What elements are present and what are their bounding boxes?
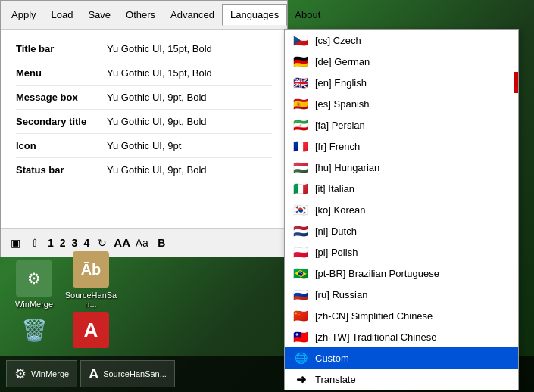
lang-zh-tw[interactable]: 🇹🇼 [zh-TW] Traditional Chinese bbox=[285, 326, 518, 347]
font-label-titlebar: Title bar bbox=[16, 43, 107, 54]
taskbar-sourcehansans[interactable]: A SourceHanSan... bbox=[80, 360, 175, 387]
taskbar-winmerge-icon: ⚙ bbox=[14, 366, 27, 382]
translate-arrow-icon: ➜ bbox=[292, 374, 309, 385]
lang-nl[interactable]: 🇳🇱 [nl] Dutch bbox=[285, 220, 518, 241]
font-row-menu: Menu Yu Gothic UI, 15pt, Bold bbox=[16, 61, 272, 86]
flag-pl: 🇵🇱 bbox=[292, 247, 309, 258]
flag-es: 🇪🇸 bbox=[292, 98, 309, 110]
toolbar: ▣ ⇧ 1 2 3 4 ↻ AA Aa B bbox=[1, 228, 287, 257]
lang-cs[interactable]: 🇨🇿 [cs] Czech bbox=[285, 30, 518, 51]
lang-hu-label: [hu] Hungarian bbox=[315, 162, 379, 173]
lang-zh-cn[interactable]: 🇨🇳 [zh-CN] Simplified Chinese bbox=[285, 305, 518, 326]
font-label-statusbar: Status bar bbox=[16, 164, 107, 176]
sourcehansans-desktop-label: SourceHanSan... bbox=[64, 291, 117, 309]
toolbar-num4[interactable]: 4 bbox=[82, 237, 91, 249]
font-row-secondarytitle: Secondary title Yu Gothic UI, 9pt, Bold bbox=[16, 110, 272, 134]
flag-fr: 🇫🇷 bbox=[292, 141, 309, 152]
flag-zh-tw: 🇹🇼 bbox=[292, 331, 309, 343]
menu-apply[interactable]: Apply bbox=[4, 5, 44, 25]
taskbar-winmerge[interactable]: ⚙ WinMerge bbox=[6, 360, 77, 387]
menu-load[interactable]: Load bbox=[44, 5, 81, 25]
font-label-messagebox: Message box bbox=[16, 92, 107, 103]
lang-custom[interactable]: 🌐 Custom bbox=[285, 347, 518, 369]
menu-save[interactable]: Save bbox=[80, 5, 118, 25]
toolbar-refresh-icon[interactable]: ↻ bbox=[94, 235, 111, 251]
toolbar-arrow-icon[interactable]: ⇧ bbox=[27, 235, 43, 251]
font-value-secondarytitle: Yu Gothic UI, 9pt, Bold bbox=[107, 116, 207, 127]
lang-fa-label: [fa] Persian bbox=[315, 120, 365, 131]
winmerge-desktop-label: WinMerge bbox=[15, 300, 53, 309]
font-value-statusbar: Yu Gothic UI, 9pt, Bold bbox=[107, 164, 207, 176]
taskbar-winmerge-label: WinMerge bbox=[31, 369, 69, 378]
languages-dropdown: 🇨🇿 [cs] Czech 🇩🇪 [de] German 🇬🇧 [en] Eng… bbox=[284, 29, 519, 390]
fonts-desktop-icon: A bbox=[73, 312, 109, 348]
desktop-icon-recycle[interactable]: 🗑️ bbox=[8, 312, 61, 348]
lang-translate[interactable]: ➜ Translate bbox=[285, 369, 518, 390]
lang-ru-label: [ru] Russian bbox=[315, 289, 367, 300]
flag-ru: 🇷🇺 bbox=[292, 289, 309, 300]
toolbar-aa-mixed-icon[interactable]: Aa bbox=[133, 235, 150, 251]
toolbar-cursor-icon[interactable]: ▣ bbox=[7, 235, 23, 251]
lang-hu[interactable]: 🇭🇺 [hu] Hungarian bbox=[285, 157, 518, 178]
flag-de: 🇩🇪 bbox=[292, 56, 309, 67]
toolbar-num3[interactable]: 3 bbox=[70, 237, 80, 249]
desktop-icon-fonts[interactable]: A bbox=[64, 312, 117, 348]
menu-about[interactable]: About bbox=[287, 5, 328, 25]
toolbar-num2[interactable]: 2 bbox=[58, 237, 67, 249]
font-row-titlebar: Title bar Yu Gothic UI, 15pt, Bold bbox=[16, 37, 272, 61]
en-selected-bar bbox=[514, 72, 518, 93]
lang-fr-label: [fr] French bbox=[315, 141, 360, 152]
flag-cs: 🇨🇿 bbox=[292, 35, 309, 46]
toolbar-bold-icon[interactable]: B bbox=[153, 235, 170, 251]
flag-custom: 🌐 bbox=[292, 353, 309, 364]
lang-ru[interactable]: 🇷🇺 [ru] Russian bbox=[285, 284, 518, 305]
lang-en[interactable]: 🇬🇧 [en] English bbox=[285, 72, 518, 93]
lang-fa[interactable]: 🇮🇷 [fa] Persian bbox=[285, 114, 518, 135]
font-label-secondarytitle: Secondary title bbox=[16, 116, 107, 127]
flag-en: 🇬🇧 bbox=[292, 77, 309, 89]
taskbar-sourcehansans-icon: A bbox=[89, 366, 98, 382]
desktop-icon-winmerge[interactable]: ⚙ WinMerge bbox=[8, 260, 61, 309]
lang-nl-label: [nl] Dutch bbox=[315, 226, 357, 237]
winmerge-desktop-icon: ⚙ bbox=[16, 260, 52, 297]
lang-pt-br[interactable]: 🇧🇷 [pt-BR] Brazilian Portuguese bbox=[285, 263, 518, 284]
font-row-statusbar: Status bar Yu Gothic UI, 9pt, Bold bbox=[16, 158, 272, 182]
font-value-menu: Yu Gothic UI, 15pt, Bold bbox=[107, 67, 212, 79]
menu-others[interactable]: Others bbox=[118, 5, 163, 25]
toolbar-num1[interactable]: 1 bbox=[46, 237, 55, 249]
lang-pl[interactable]: 🇵🇱 [pl] Polish bbox=[285, 241, 518, 263]
lang-zh-tw-label: [zh-TW] Traditional Chinese bbox=[315, 331, 436, 343]
recycle-icon: 🗑️ bbox=[16, 312, 52, 348]
lang-it[interactable]: 🇮🇹 [it] Italian bbox=[285, 178, 518, 199]
lang-de-label: [de] German bbox=[315, 56, 370, 67]
menu-advanced[interactable]: Advanced bbox=[163, 5, 222, 25]
font-label-icon: Icon bbox=[16, 140, 107, 151]
flag-hu: 🇭🇺 bbox=[292, 162, 309, 173]
desktop-icon-sourcehansans[interactable]: Āb SourceHanSan... bbox=[64, 251, 117, 309]
lang-zh-cn-label: [zh-CN] Simplified Chinese bbox=[315, 310, 433, 322]
menu-languages[interactable]: Languages bbox=[222, 4, 287, 26]
font-row-icon: Icon Yu Gothic UI, 9pt bbox=[16, 134, 272, 158]
lang-pl-label: [pl] Polish bbox=[315, 247, 358, 258]
font-label-menu: Menu bbox=[16, 67, 107, 79]
toolbar-aa-upper-icon[interactable]: AA bbox=[114, 235, 130, 251]
lang-en-label: [en] English bbox=[315, 77, 367, 89]
lang-ko-label: [ko] Korean bbox=[315, 204, 366, 216]
lang-de[interactable]: 🇩🇪 [de] German bbox=[285, 51, 518, 72]
flag-zh-cn: 🇨🇳 bbox=[292, 310, 309, 322]
lang-es-label: [es] Spanish bbox=[315, 98, 370, 110]
lang-fr[interactable]: 🇫🇷 [fr] French bbox=[285, 135, 518, 157]
lang-it-label: [it] Italian bbox=[315, 183, 354, 194]
font-value-messagebox: Yu Gothic UI, 9pt, Bold bbox=[107, 92, 207, 103]
lang-custom-label: Custom bbox=[315, 353, 349, 364]
lang-ko[interactable]: 🇰🇷 [ko] Korean bbox=[285, 199, 518, 220]
lang-translate-label: Translate bbox=[315, 374, 356, 385]
lang-pt-br-label: [pt-BR] Brazilian Portuguese bbox=[315, 268, 439, 279]
font-value-icon: Yu Gothic UI, 9pt bbox=[107, 140, 181, 151]
settings-window: Apply Load Save Others Advanced Language… bbox=[0, 0, 288, 257]
flag-fa: 🇮🇷 bbox=[292, 120, 309, 131]
lang-es[interactable]: 🇪🇸 [es] Spanish bbox=[285, 93, 518, 114]
flag-pt-br: 🇧🇷 bbox=[292, 268, 309, 279]
menubar: Apply Load Save Others Advanced Language… bbox=[1, 1, 287, 30]
content-area: Title bar Yu Gothic UI, 15pt, Bold Menu … bbox=[1, 30, 287, 228]
